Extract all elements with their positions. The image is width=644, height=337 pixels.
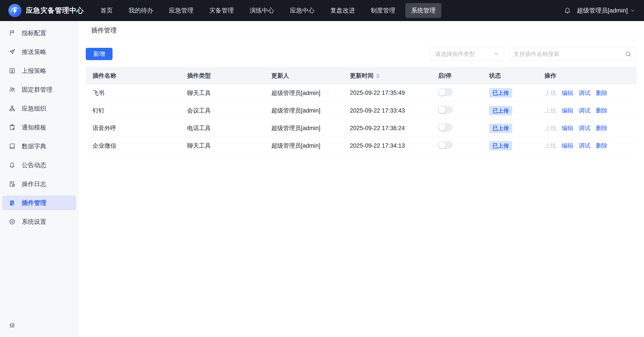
col-status: 状态 [482,67,538,84]
delete-link[interactable]: 删除 [596,89,608,97]
row-actions: 上线 编辑 调试 删除 [544,89,636,97]
debug-link[interactable]: 调试 [579,107,590,114]
sidebar-item-label: 数据字典 [22,142,46,150]
sidebar-item-operation-log[interactable]: 操作日志 [2,176,76,191]
flag-icon [9,30,16,36]
sidebar-item-label: 固定群管理 [22,86,52,94]
table-row: 企业微信 聊天工具 超级管理员[admin] 2025-09-22 17:34:… [86,137,636,154]
sidebar-item-notice-template[interactable]: 通知模板 [2,120,76,135]
sidebar-item-system-settings[interactable]: 系统设置 [2,214,76,229]
sidebar-item-report-strategy[interactable]: 上报策略 [2,64,76,78]
enable-toggle[interactable] [438,123,453,132]
plugin-type-select[interactable]: 请选择插件类型 [430,47,504,61]
sidebar-item-plugin-management[interactable]: 插件管理 [2,196,76,210]
add-button[interactable]: 新增 [86,48,112,60]
delete-link[interactable]: 删除 [596,107,608,114]
cell-plugin-name: 钉钉 [86,102,180,119]
col-updated-at: 更新时间 [343,67,431,84]
col-updater: 更新人 [264,67,343,84]
status-badge: 已上传 [489,141,512,150]
col-toggle: 启/停 [431,67,482,84]
app-logo-icon [8,4,22,17]
search-input[interactable] [514,51,625,58]
online-link: 上线 [544,124,556,132]
cell-plugin-type: 聊天工具 [180,137,264,154]
nav-item-center[interactable]: 应急中心 [284,3,320,18]
group-icon [9,86,16,93]
cell-updated-at: 2025-09-22 17:35:49 [343,84,431,102]
announcement-icon [9,162,16,168]
edit-link[interactable]: 编辑 [562,142,573,150]
debug-link[interactable]: 调试 [579,142,590,150]
app-title: 应急灾备管理中心 [26,6,84,15]
cell-updater: 超级管理员[admin] [264,137,343,154]
org-icon [9,105,16,112]
sidebar-item-indicator-config[interactable]: 指标配置 [2,26,76,40]
sort-icon[interactable] [376,74,380,78]
delete-link[interactable]: 删除 [596,124,608,132]
sidebar-item-label: 公告动态 [22,161,46,170]
nav-item-todo[interactable]: 我的待办 [123,3,159,18]
edit-link[interactable]: 编辑 [562,107,573,114]
debug-link[interactable]: 调试 [579,124,590,132]
sidebar-item-label: 通知模板 [22,123,46,132]
send-icon [9,48,16,55]
edit-link[interactable]: 编辑 [562,124,573,132]
nav-item-dr[interactable]: 灾备管理 [204,3,240,18]
user-menu[interactable]: 超级管理员[admin] [577,6,635,15]
sidebar-item-push-strategy[interactable]: 推送策略 [2,44,76,59]
main-content: 插件管理 新增 请选择插件类型 插件名称 插件类型 更新人 更新时间 [79,21,644,337]
toolbar-filters: 请选择插件类型 [430,47,636,61]
settings-icon [9,218,16,225]
sidebar-collapse-icon[interactable] [8,322,16,330]
cell-plugin-type: 聊天工具 [180,84,264,102]
online-link: 上线 [544,107,556,114]
cell-updater: 超级管理员[admin] [264,119,343,137]
sidebar-item-label: 系统设置 [22,218,46,226]
edit-link[interactable]: 编辑 [562,89,573,97]
chevron-down-icon [630,8,635,13]
nav-item-policy[interactable]: 制度管理 [365,3,401,18]
enable-toggle[interactable] [438,141,453,149]
cell-updater: 超级管理员[admin] [264,102,343,119]
cell-plugin-name: 飞书 [86,84,180,102]
sidebar: 指标配置 推送策略 上报策略 固定群管理 应急组织 通知模板 数据字典 [0,21,78,337]
sidebar-item-label: 指标配置 [22,29,46,37]
cell-plugin-type: 会议工具 [180,102,264,119]
row-actions: 上线 编辑 调试 删除 [544,124,636,132]
cell-updater: 超级管理员[admin] [264,84,343,102]
sidebar-item-label: 上报策略 [22,67,46,75]
table-row: 飞书 聊天工具 超级管理员[admin] 2025-09-22 17:35:49… [86,84,636,102]
sidebar-item-emergency-org[interactable]: 应急组织 [2,101,76,116]
nav-item-home[interactable]: 首页 [95,3,118,18]
nav-item-drill[interactable]: 演练中心 [244,3,280,18]
nav-item-system[interactable]: 系统管理 [405,3,441,18]
template-icon [9,124,16,131]
chevron-down-icon [494,51,499,56]
notification-bell-icon[interactable] [564,7,571,14]
sidebar-item-fixed-group[interactable]: 固定群管理 [2,82,76,97]
cell-updated-at: 2025-09-22 17:36:24 [343,119,431,137]
col-plugin-name: 插件名称 [86,67,180,84]
plugin-type-placeholder: 请选择插件类型 [435,50,494,58]
upload-icon [9,67,16,74]
table-header-row: 插件名称 插件类型 更新人 更新时间 启/停 状态 操作 [86,67,636,84]
page-title: 插件管理 [91,26,117,35]
nav-item-emergency[interactable]: 应急管理 [163,3,199,18]
toggle-knob [439,89,446,96]
delete-link[interactable]: 删除 [596,142,608,150]
nav-item-review[interactable]: 复盘改进 [325,3,360,18]
enable-toggle[interactable] [438,106,453,114]
sidebar-item-label: 应急组织 [22,104,46,113]
debug-link[interactable]: 调试 [579,89,590,97]
cell-plugin-name: 语音外呼 [86,119,180,137]
plugin-table: 插件名称 插件类型 更新人 更新时间 启/停 状态 操作 飞书 聊天工具 超级管… [86,67,636,155]
brand: 应急灾备管理中心 [0,4,84,17]
sidebar-item-announcements[interactable]: 公告动态 [2,158,76,172]
page-header: 插件管理 [79,21,644,40]
col-actions: 操作 [538,67,636,84]
sidebar-item-data-dictionary[interactable]: 数据字典 [2,139,76,154]
status-badge: 已上传 [489,124,512,133]
enable-toggle[interactable] [438,88,453,96]
search-icon[interactable] [625,50,632,58]
